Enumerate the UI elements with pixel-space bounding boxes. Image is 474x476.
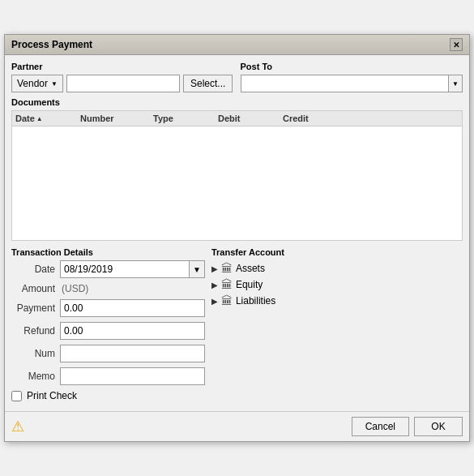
tree-item-assets[interactable]: ▶ 🏛 Assets <box>211 260 463 277</box>
memo-row: Memo <box>11 367 205 385</box>
memo-field-wrapper <box>60 367 205 385</box>
warning-icon: ⚠ <box>11 418 24 435</box>
col-credit[interactable]: Credit <box>283 114 348 123</box>
memo-label: Memo <box>11 371 60 382</box>
close-button[interactable]: ✕ <box>450 38 463 51</box>
footer-warning: ⚠ <box>11 418 24 435</box>
date-row: Date ▼ <box>11 260 205 278</box>
partner-section: Partner Vendor ▼ Select... <box>11 62 234 92</box>
payment-field-wrapper <box>60 299 205 317</box>
equity-arrow: ▶ <box>211 281 218 289</box>
bottom-section: Transaction Details Date ▼ Amount (USD) … <box>11 247 463 401</box>
col-debit[interactable]: Debit <box>218 114 283 123</box>
liabilities-icon: 🏛 <box>221 294 233 307</box>
documents-label: Documents <box>11 97 463 107</box>
transaction-details-label: Transaction Details <box>11 247 205 257</box>
equity-icon: 🏛 <box>221 278 233 291</box>
transfer-account-label: Transfer Account <box>211 247 463 257</box>
table-header: Date ▲ Number Type Debit Credit <box>12 111 462 127</box>
post-to-input[interactable] <box>241 76 449 91</box>
liabilities-label: Liabilities <box>236 295 275 307</box>
col-date-label: Date <box>15 114 35 123</box>
print-check-row: Print Check <box>11 390 205 401</box>
dialog-footer: ⚠ Cancel OK <box>5 411 469 441</box>
transaction-details: Transaction Details Date ▼ Amount (USD) … <box>11 247 205 401</box>
post-to-label: Post To <box>241 62 463 71</box>
partner-name-input[interactable] <box>66 75 180 92</box>
post-to-arrow[interactable]: ▼ <box>448 75 462 92</box>
process-payment-dialog: Process Payment ✕ Partner Vendor ▼ Selec… <box>4 34 470 442</box>
sort-arrow: ▲ <box>36 115 43 122</box>
assets-icon: 🏛 <box>221 262 233 275</box>
tree-item-liabilities[interactable]: ▶ 🏛 Liabilities <box>211 293 463 309</box>
vendor-dropdown[interactable]: Vendor ▼ <box>11 75 63 92</box>
num-label: Num <box>11 348 60 359</box>
payment-input[interactable] <box>60 299 205 317</box>
cancel-button[interactable]: Cancel <box>352 417 409 436</box>
partner-label: Partner <box>11 62 234 71</box>
transfer-account: Transfer Account ▶ 🏛 Assets ▶ 🏛 Equity ▶… <box>211 247 463 401</box>
num-field-wrapper <box>60 345 205 362</box>
col-type[interactable]: Type <box>153 114 218 123</box>
liabilities-arrow: ▶ <box>211 297 218 306</box>
title-bar: Process Payment ✕ <box>5 35 469 55</box>
equity-label: Equity <box>236 279 263 290</box>
post-to-dropdown[interactable]: ▼ <box>241 75 463 92</box>
col-number[interactable]: Number <box>80 114 153 123</box>
amount-label: Amount <box>11 283 60 294</box>
payment-label: Payment <box>11 302 60 314</box>
date-field-wrapper: ▼ <box>60 260 205 278</box>
dialog-body: Partner Vendor ▼ Select... Post To ▼ <box>5 55 469 408</box>
amount-row: Amount (USD) <box>11 283 205 294</box>
refund-input[interactable] <box>60 322 205 340</box>
assets-arrow: ▶ <box>211 264 218 273</box>
vendor-label: Vendor <box>17 78 48 89</box>
vendor-arrow: ▼ <box>51 80 58 88</box>
num-row: Num <box>11 345 205 362</box>
documents-table: Date ▲ Number Type Debit Credit <box>11 110 463 241</box>
refund-field-wrapper <box>60 322 205 340</box>
dialog-title: Process Payment <box>11 39 92 50</box>
date-label: Date <box>11 264 60 275</box>
select-button[interactable]: Select... <box>183 75 233 92</box>
date-input[interactable] <box>61 261 189 277</box>
table-body <box>12 127 462 240</box>
print-check-label: Print Check <box>27 390 77 401</box>
num-input[interactable] <box>60 345 205 362</box>
refund-row: Refund <box>11 322 205 340</box>
amount-unit: (USD) <box>62 283 88 294</box>
top-sections: Partner Vendor ▼ Select... Post To ▼ <box>11 62 463 92</box>
refund-label: Refund <box>11 325 60 337</box>
calendar-button[interactable]: ▼ <box>189 261 204 277</box>
assets-label: Assets <box>236 263 265 274</box>
documents-section: Documents Date ▲ Number Type Debit Credi… <box>11 97 463 241</box>
ok-button[interactable]: OK <box>414 417 463 436</box>
memo-input[interactable] <box>60 367 205 385</box>
tree-item-equity[interactable]: ▶ 🏛 Equity <box>211 277 463 293</box>
payment-row: Payment <box>11 299 205 317</box>
print-check-checkbox[interactable] <box>11 391 22 401</box>
col-date[interactable]: Date ▲ <box>15 114 80 123</box>
post-to-section: Post To ▼ <box>241 62 463 92</box>
footer-buttons: Cancel OK <box>352 417 463 436</box>
partner-controls: Vendor ▼ Select... <box>11 75 234 92</box>
